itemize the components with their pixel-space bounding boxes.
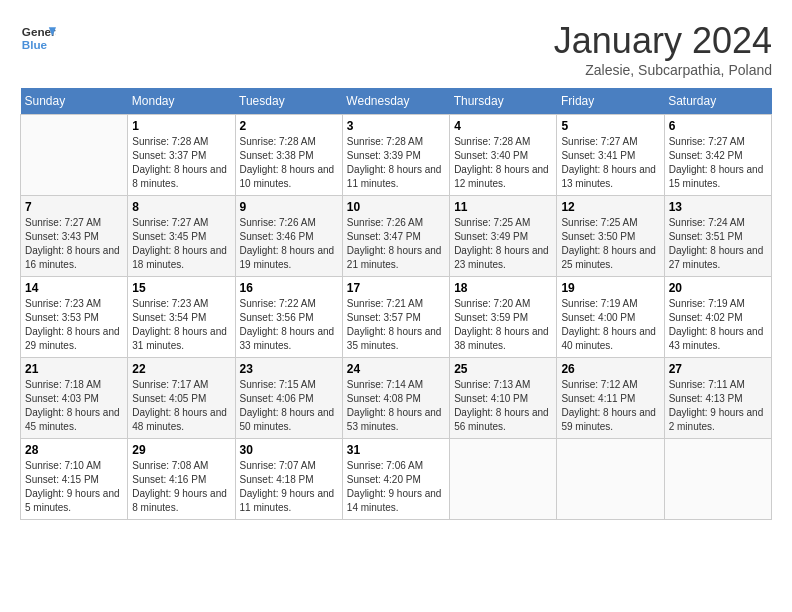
- day-info: Sunrise: 7:17 AMSunset: 4:05 PMDaylight:…: [132, 378, 230, 434]
- day-info: Sunrise: 7:27 AMSunset: 3:41 PMDaylight:…: [561, 135, 659, 191]
- weekday-header-row: SundayMondayTuesdayWednesdayThursdayFrid…: [21, 88, 772, 115]
- calendar-cell: 29Sunrise: 7:08 AMSunset: 4:16 PMDayligh…: [128, 439, 235, 520]
- day-info: Sunrise: 7:11 AMSunset: 4:13 PMDaylight:…: [669, 378, 767, 434]
- day-number: 12: [561, 200, 659, 214]
- calendar-cell: 20Sunrise: 7:19 AMSunset: 4:02 PMDayligh…: [664, 277, 771, 358]
- calendar-cell: 9Sunrise: 7:26 AMSunset: 3:46 PMDaylight…: [235, 196, 342, 277]
- calendar-cell: 21Sunrise: 7:18 AMSunset: 4:03 PMDayligh…: [21, 358, 128, 439]
- day-number: 16: [240, 281, 338, 295]
- day-info: Sunrise: 7:25 AMSunset: 3:50 PMDaylight:…: [561, 216, 659, 272]
- calendar-cell: [557, 439, 664, 520]
- day-number: 14: [25, 281, 123, 295]
- calendar-cell: 6Sunrise: 7:27 AMSunset: 3:42 PMDaylight…: [664, 115, 771, 196]
- weekday-header: Sunday: [21, 88, 128, 115]
- calendar-cell: 26Sunrise: 7:12 AMSunset: 4:11 PMDayligh…: [557, 358, 664, 439]
- day-number: 29: [132, 443, 230, 457]
- weekday-header: Saturday: [664, 88, 771, 115]
- day-info: Sunrise: 7:27 AMSunset: 3:42 PMDaylight:…: [669, 135, 767, 191]
- day-number: 13: [669, 200, 767, 214]
- calendar-cell: 16Sunrise: 7:22 AMSunset: 3:56 PMDayligh…: [235, 277, 342, 358]
- day-info: Sunrise: 7:07 AMSunset: 4:18 PMDaylight:…: [240, 459, 338, 515]
- calendar-cell: 25Sunrise: 7:13 AMSunset: 4:10 PMDayligh…: [450, 358, 557, 439]
- calendar-week-row: 14Sunrise: 7:23 AMSunset: 3:53 PMDayligh…: [21, 277, 772, 358]
- calendar-cell: 5Sunrise: 7:27 AMSunset: 3:41 PMDaylight…: [557, 115, 664, 196]
- calendar-cell: 7Sunrise: 7:27 AMSunset: 3:43 PMDaylight…: [21, 196, 128, 277]
- day-info: Sunrise: 7:28 AMSunset: 3:40 PMDaylight:…: [454, 135, 552, 191]
- day-info: Sunrise: 7:13 AMSunset: 4:10 PMDaylight:…: [454, 378, 552, 434]
- calendar-cell: 22Sunrise: 7:17 AMSunset: 4:05 PMDayligh…: [128, 358, 235, 439]
- day-number: 8: [132, 200, 230, 214]
- day-info: Sunrise: 7:26 AMSunset: 3:47 PMDaylight:…: [347, 216, 445, 272]
- day-info: Sunrise: 7:27 AMSunset: 3:43 PMDaylight:…: [25, 216, 123, 272]
- day-info: Sunrise: 7:26 AMSunset: 3:46 PMDaylight:…: [240, 216, 338, 272]
- day-number: 7: [25, 200, 123, 214]
- day-info: Sunrise: 7:28 AMSunset: 3:37 PMDaylight:…: [132, 135, 230, 191]
- day-number: 31: [347, 443, 445, 457]
- day-number: 4: [454, 119, 552, 133]
- calendar-cell: 4Sunrise: 7:28 AMSunset: 3:40 PMDaylight…: [450, 115, 557, 196]
- day-number: 17: [347, 281, 445, 295]
- day-info: Sunrise: 7:15 AMSunset: 4:06 PMDaylight:…: [240, 378, 338, 434]
- calendar-cell: 27Sunrise: 7:11 AMSunset: 4:13 PMDayligh…: [664, 358, 771, 439]
- calendar-cell: 28Sunrise: 7:10 AMSunset: 4:15 PMDayligh…: [21, 439, 128, 520]
- day-info: Sunrise: 7:08 AMSunset: 4:16 PMDaylight:…: [132, 459, 230, 515]
- calendar-cell: 12Sunrise: 7:25 AMSunset: 3:50 PMDayligh…: [557, 196, 664, 277]
- logo: General Blue: [20, 20, 56, 56]
- calendar-cell: 10Sunrise: 7:26 AMSunset: 3:47 PMDayligh…: [342, 196, 449, 277]
- calendar-cell: 18Sunrise: 7:20 AMSunset: 3:59 PMDayligh…: [450, 277, 557, 358]
- day-number: 5: [561, 119, 659, 133]
- calendar-week-row: 1Sunrise: 7:28 AMSunset: 3:37 PMDaylight…: [21, 115, 772, 196]
- day-number: 15: [132, 281, 230, 295]
- calendar-cell: [21, 115, 128, 196]
- calendar-table: SundayMondayTuesdayWednesdayThursdayFrid…: [20, 88, 772, 520]
- day-number: 3: [347, 119, 445, 133]
- day-info: Sunrise: 7:10 AMSunset: 4:15 PMDaylight:…: [25, 459, 123, 515]
- day-number: 26: [561, 362, 659, 376]
- day-number: 21: [25, 362, 123, 376]
- calendar-cell: 31Sunrise: 7:06 AMSunset: 4:20 PMDayligh…: [342, 439, 449, 520]
- calendar-cell: 19Sunrise: 7:19 AMSunset: 4:00 PMDayligh…: [557, 277, 664, 358]
- day-info: Sunrise: 7:12 AMSunset: 4:11 PMDaylight:…: [561, 378, 659, 434]
- location-subtitle: Zalesie, Subcarpathia, Poland: [554, 62, 772, 78]
- day-info: Sunrise: 7:23 AMSunset: 3:54 PMDaylight:…: [132, 297, 230, 353]
- day-number: 27: [669, 362, 767, 376]
- day-number: 24: [347, 362, 445, 376]
- day-info: Sunrise: 7:06 AMSunset: 4:20 PMDaylight:…: [347, 459, 445, 515]
- day-number: 30: [240, 443, 338, 457]
- calendar-cell: 15Sunrise: 7:23 AMSunset: 3:54 PMDayligh…: [128, 277, 235, 358]
- weekday-header: Thursday: [450, 88, 557, 115]
- title-block: January 2024 Zalesie, Subcarpathia, Pola…: [554, 20, 772, 78]
- calendar-cell: 8Sunrise: 7:27 AMSunset: 3:45 PMDaylight…: [128, 196, 235, 277]
- day-info: Sunrise: 7:22 AMSunset: 3:56 PMDaylight:…: [240, 297, 338, 353]
- day-number: 25: [454, 362, 552, 376]
- calendar-cell: [664, 439, 771, 520]
- day-info: Sunrise: 7:28 AMSunset: 3:39 PMDaylight:…: [347, 135, 445, 191]
- day-number: 18: [454, 281, 552, 295]
- day-number: 1: [132, 119, 230, 133]
- calendar-cell: 23Sunrise: 7:15 AMSunset: 4:06 PMDayligh…: [235, 358, 342, 439]
- day-info: Sunrise: 7:19 AMSunset: 4:02 PMDaylight:…: [669, 297, 767, 353]
- day-info: Sunrise: 7:14 AMSunset: 4:08 PMDaylight:…: [347, 378, 445, 434]
- calendar-week-row: 21Sunrise: 7:18 AMSunset: 4:03 PMDayligh…: [21, 358, 772, 439]
- month-title: January 2024: [554, 20, 772, 62]
- calendar-cell: 13Sunrise: 7:24 AMSunset: 3:51 PMDayligh…: [664, 196, 771, 277]
- day-number: 19: [561, 281, 659, 295]
- weekday-header: Friday: [557, 88, 664, 115]
- calendar-week-row: 7Sunrise: 7:27 AMSunset: 3:43 PMDaylight…: [21, 196, 772, 277]
- page-header: General Blue January 2024 Zalesie, Subca…: [20, 20, 772, 78]
- weekday-header: Tuesday: [235, 88, 342, 115]
- day-number: 2: [240, 119, 338, 133]
- day-info: Sunrise: 7:20 AMSunset: 3:59 PMDaylight:…: [454, 297, 552, 353]
- calendar-week-row: 28Sunrise: 7:10 AMSunset: 4:15 PMDayligh…: [21, 439, 772, 520]
- day-info: Sunrise: 7:21 AMSunset: 3:57 PMDaylight:…: [347, 297, 445, 353]
- day-number: 9: [240, 200, 338, 214]
- weekday-header: Wednesday: [342, 88, 449, 115]
- calendar-cell: 14Sunrise: 7:23 AMSunset: 3:53 PMDayligh…: [21, 277, 128, 358]
- day-number: 10: [347, 200, 445, 214]
- svg-text:Blue: Blue: [22, 38, 48, 51]
- day-number: 11: [454, 200, 552, 214]
- logo-icon: General Blue: [20, 20, 56, 56]
- weekday-header: Monday: [128, 88, 235, 115]
- day-number: 28: [25, 443, 123, 457]
- day-info: Sunrise: 7:19 AMSunset: 4:00 PMDaylight:…: [561, 297, 659, 353]
